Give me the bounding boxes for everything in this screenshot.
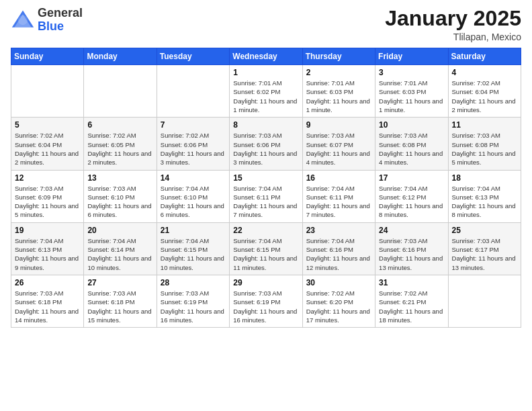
weekday-header-sunday: Sunday [11, 48, 84, 65]
day-cell: 15Sunrise: 7:04 AM Sunset: 6:11 PM Dayli… [230, 170, 302, 222]
day-cell: 23Sunrise: 7:04 AM Sunset: 6:16 PM Dayli… [302, 222, 375, 275]
day-number: 3 [379, 68, 444, 77]
day-cell: 21Sunrise: 7:04 AM Sunset: 6:15 PM Dayli… [157, 222, 229, 275]
day-info: Sunrise: 7:02 AM Sunset: 6:05 PM Dayligh… [87, 131, 152, 167]
day-info: Sunrise: 7:01 AM Sunset: 6:03 PM Dayligh… [306, 79, 371, 114]
weekday-header-row: SundayMondayTuesdayWednesdayThursdayFrid… [11, 48, 521, 65]
day-info: Sunrise: 7:04 AM Sunset: 6:15 PM Dayligh… [161, 236, 226, 272]
day-cell [157, 65, 229, 118]
location: Tlilapan, Mexico [385, 32, 521, 42]
day-cell: 29Sunrise: 7:03 AM Sunset: 6:19 PM Dayli… [230, 275, 302, 327]
day-cell: 19Sunrise: 7:04 AM Sunset: 6:13 PM Dayli… [11, 222, 84, 275]
day-info: Sunrise: 7:04 AM Sunset: 6:16 PM Dayligh… [306, 236, 371, 272]
day-number: 6 [87, 120, 152, 130]
day-cell: 13Sunrise: 7:03 AM Sunset: 6:10 PM Dayli… [84, 170, 157, 222]
weekday-header-monday: Monday [84, 48, 157, 65]
day-info: Sunrise: 7:03 AM Sunset: 6:10 PM Dayligh… [87, 184, 152, 220]
day-cell: 24Sunrise: 7:03 AM Sunset: 6:16 PM Dayli… [375, 222, 448, 275]
day-number: 24 [379, 226, 444, 235]
day-number: 9 [306, 120, 371, 130]
day-cell: 18Sunrise: 7:04 AM Sunset: 6:13 PM Dayli… [448, 170, 521, 222]
day-cell: 22Sunrise: 7:04 AM Sunset: 6:15 PM Dayli… [230, 222, 302, 275]
week-row-4: 19Sunrise: 7:04 AM Sunset: 6:13 PM Dayli… [11, 222, 521, 275]
weekday-header-tuesday: Tuesday [157, 48, 229, 65]
day-info: Sunrise: 7:04 AM Sunset: 6:11 PM Dayligh… [306, 184, 371, 220]
day-number: 15 [233, 173, 298, 183]
day-number: 4 [452, 68, 517, 77]
weekday-header-thursday: Thursday [302, 48, 375, 65]
day-info: Sunrise: 7:04 AM Sunset: 6:12 PM Dayligh… [379, 184, 444, 220]
day-info: Sunrise: 7:01 AM Sunset: 6:03 PM Dayligh… [379, 79, 444, 114]
logo-text: General Blue [38, 7, 83, 34]
day-cell: 9Sunrise: 7:03 AM Sunset: 6:07 PM Daylig… [302, 118, 375, 170]
month-title: January 2025 [385, 7, 521, 30]
day-number: 16 [306, 173, 371, 183]
day-cell: 8Sunrise: 7:03 AM Sunset: 6:06 PM Daylig… [230, 118, 302, 170]
day-info: Sunrise: 7:03 AM Sunset: 6:08 PM Dayligh… [452, 131, 517, 167]
weekday-header-friday: Friday [375, 48, 448, 65]
day-info: Sunrise: 7:02 AM Sunset: 6:06 PM Dayligh… [161, 131, 226, 167]
day-number: 13 [87, 173, 152, 183]
day-cell: 28Sunrise: 7:03 AM Sunset: 6:19 PM Dayli… [157, 275, 229, 327]
day-number: 17 [379, 173, 444, 183]
day-number: 23 [306, 226, 371, 235]
day-number: 2 [306, 68, 371, 77]
day-info: Sunrise: 7:02 AM Sunset: 6:04 PM Dayligh… [452, 79, 517, 114]
day-number: 14 [161, 173, 226, 183]
day-number: 8 [233, 120, 298, 130]
day-cell: 11Sunrise: 7:03 AM Sunset: 6:08 PM Dayli… [448, 118, 521, 170]
day-info: Sunrise: 7:01 AM Sunset: 6:02 PM Dayligh… [233, 79, 298, 114]
day-info: Sunrise: 7:03 AM Sunset: 6:06 PM Dayligh… [233, 131, 298, 167]
weekday-header-saturday: Saturday [448, 48, 521, 65]
day-cell: 20Sunrise: 7:04 AM Sunset: 6:14 PM Dayli… [84, 222, 157, 275]
day-info: Sunrise: 7:02 AM Sunset: 6:20 PM Dayligh… [306, 289, 371, 324]
day-cell [448, 275, 521, 327]
day-number: 18 [452, 173, 517, 183]
day-info: Sunrise: 7:03 AM Sunset: 6:17 PM Dayligh… [452, 236, 517, 272]
day-info: Sunrise: 7:03 AM Sunset: 6:09 PM Dayligh… [15, 184, 80, 220]
day-info: Sunrise: 7:03 AM Sunset: 6:18 PM Dayligh… [15, 289, 80, 324]
day-cell: 10Sunrise: 7:03 AM Sunset: 6:08 PM Dayli… [375, 118, 448, 170]
logo-general: General [38, 6, 83, 19]
day-info: Sunrise: 7:03 AM Sunset: 6:18 PM Dayligh… [87, 289, 152, 324]
day-cell [11, 65, 84, 118]
day-info: Sunrise: 7:04 AM Sunset: 6:14 PM Dayligh… [87, 236, 152, 272]
day-number: 22 [233, 226, 298, 235]
day-cell: 16Sunrise: 7:04 AM Sunset: 6:11 PM Dayli… [302, 170, 375, 222]
day-info: Sunrise: 7:04 AM Sunset: 6:13 PM Dayligh… [15, 236, 80, 272]
day-info: Sunrise: 7:03 AM Sunset: 6:07 PM Dayligh… [306, 131, 371, 167]
weekday-header-wednesday: Wednesday [230, 48, 302, 65]
day-cell: 5Sunrise: 7:02 AM Sunset: 6:04 PM Daylig… [11, 118, 84, 170]
day-cell: 2Sunrise: 7:01 AM Sunset: 6:03 PM Daylig… [302, 65, 375, 118]
day-number: 27 [87, 278, 152, 287]
day-cell: 14Sunrise: 7:04 AM Sunset: 6:10 PM Dayli… [157, 170, 229, 222]
day-number: 21 [161, 226, 226, 235]
day-cell: 30Sunrise: 7:02 AM Sunset: 6:20 PM Dayli… [302, 275, 375, 327]
day-number: 31 [379, 278, 444, 287]
day-info: Sunrise: 7:04 AM Sunset: 6:11 PM Dayligh… [233, 184, 298, 220]
day-number: 25 [452, 226, 517, 235]
day-number: 7 [161, 120, 226, 130]
day-cell: 26Sunrise: 7:03 AM Sunset: 6:18 PM Dayli… [11, 275, 84, 327]
day-info: Sunrise: 7:04 AM Sunset: 6:13 PM Dayligh… [452, 184, 517, 220]
day-number: 29 [233, 278, 298, 287]
day-cell: 25Sunrise: 7:03 AM Sunset: 6:17 PM Dayli… [448, 222, 521, 275]
day-number: 11 [452, 120, 517, 130]
day-cell: 12Sunrise: 7:03 AM Sunset: 6:09 PM Dayli… [11, 170, 84, 222]
day-info: Sunrise: 7:03 AM Sunset: 6:19 PM Dayligh… [161, 289, 226, 324]
day-info: Sunrise: 7:03 AM Sunset: 6:16 PM Dayligh… [379, 236, 444, 272]
day-number: 20 [87, 226, 152, 235]
week-row-1: 1Sunrise: 7:01 AM Sunset: 6:02 PM Daylig… [11, 65, 521, 118]
day-cell: 31Sunrise: 7:02 AM Sunset: 6:21 PM Dayli… [375, 275, 448, 327]
day-info: Sunrise: 7:02 AM Sunset: 6:21 PM Dayligh… [379, 289, 444, 324]
day-number: 19 [15, 226, 80, 235]
day-number: 30 [306, 278, 371, 287]
day-number: 1 [233, 68, 298, 77]
day-number: 28 [161, 278, 226, 287]
day-cell: 6Sunrise: 7:02 AM Sunset: 6:05 PM Daylig… [84, 118, 157, 170]
day-number: 5 [15, 120, 80, 130]
calendar: SundayMondayTuesdayWednesdayThursdayFrid… [11, 48, 521, 328]
week-row-2: 5Sunrise: 7:02 AM Sunset: 6:04 PM Daylig… [11, 118, 521, 170]
day-cell: 7Sunrise: 7:02 AM Sunset: 6:06 PM Daylig… [157, 118, 229, 170]
day-cell: 4Sunrise: 7:02 AM Sunset: 6:04 PM Daylig… [448, 65, 521, 118]
